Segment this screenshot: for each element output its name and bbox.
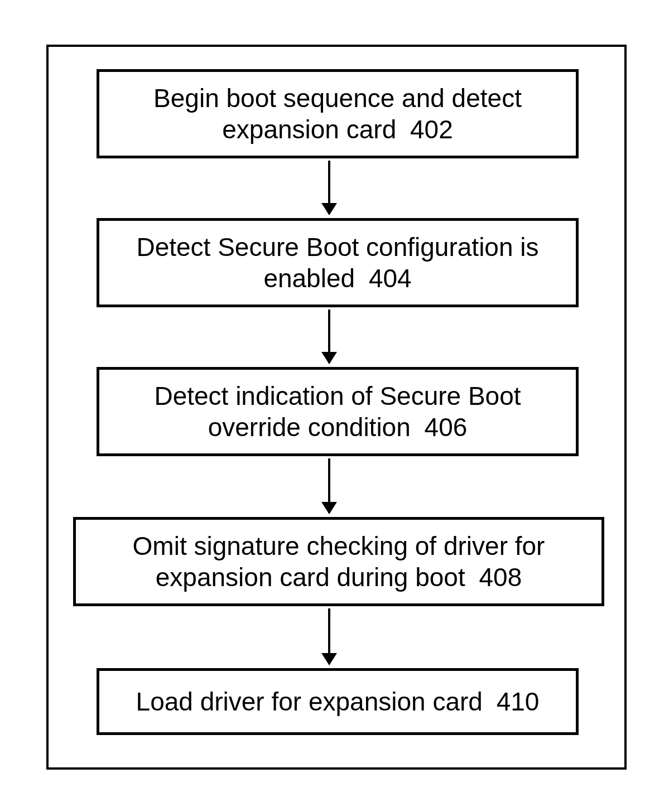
step-omit-signature-check: Omit signature checking of driver for ex… xyxy=(73,517,604,606)
step-load-driver: Load driver for expansion card 410 xyxy=(97,668,579,735)
step-ref: 408 xyxy=(472,563,522,592)
step-ref: 410 xyxy=(490,687,540,716)
arrow-down-icon xyxy=(328,608,330,664)
step-detect-secure-boot: Detect Secure Boot configuration is enab… xyxy=(97,218,579,307)
step-begin-boot: Begin boot sequence and detect expansion… xyxy=(97,69,579,158)
arrow-down-icon xyxy=(328,458,330,513)
step-text: Detect Secure Boot configuration is enab… xyxy=(136,233,538,293)
step-text: Begin boot sequence and detect expansion… xyxy=(153,84,522,144)
step-ref: 406 xyxy=(418,413,468,442)
flowchart-frame: Begin boot sequence and detect expansion… xyxy=(46,45,627,770)
step-detect-override: Detect indication of Secure Boot overrid… xyxy=(97,367,579,456)
step-text: Load driver for expansion card xyxy=(136,687,483,716)
arrow-down-icon xyxy=(328,310,330,363)
step-ref: 404 xyxy=(362,264,412,293)
step-ref: 402 xyxy=(403,115,453,144)
arrow-down-icon xyxy=(328,161,330,214)
